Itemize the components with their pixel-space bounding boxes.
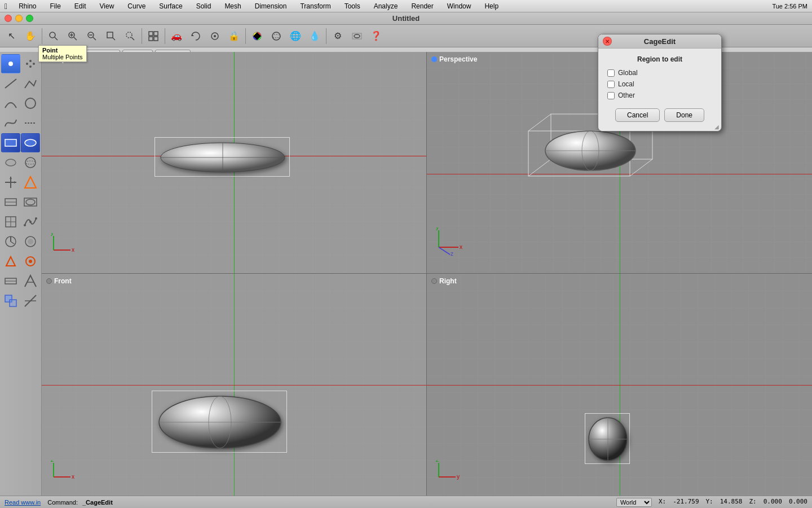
svg-marker-38: [14, 181, 16, 183]
dialog-checkbox-local[interactable]: [607, 81, 615, 88]
lt-point[interactable]: [1, 54, 20, 73]
toolbar-rotate[interactable]: [187, 27, 205, 45]
toolbar-zoom-selected[interactable]: [121, 27, 139, 45]
toolbar-help[interactable]: ❓: [367, 27, 385, 45]
lt-misc1[interactable]: [1, 291, 20, 310]
toolbar-zoom-out[interactable]: [83, 27, 101, 45]
toolbar-gear[interactable]: ⚙: [329, 27, 347, 45]
lt-polyline[interactable]: [21, 74, 40, 93]
apple-menu[interactable]: : [5, 2, 7, 11]
world-dropdown[interactable]: World CPlane: [616, 498, 652, 507]
viewport-front[interactable]: Front: [42, 274, 427, 496]
lt-transform2[interactable]: [21, 173, 40, 192]
dialog-titlebar: ✕ CageEdit: [598, 34, 721, 49]
lt-analysis2[interactable]: [21, 232, 40, 251]
menu-solid[interactable]: Solid: [194, 2, 214, 10]
lt-transform[interactable]: [1, 173, 20, 192]
world-selector[interactable]: World CPlane: [616, 498, 652, 507]
window-maximize[interactable]: [26, 15, 33, 22]
menu-curve[interactable]: Curve: [125, 2, 148, 10]
window-close[interactable]: [5, 15, 12, 22]
svg-line-1: [55, 37, 58, 40]
coord-z-label: Z:: [749, 498, 757, 507]
menu-mesh[interactable]: Mesh: [222, 2, 243, 10]
lt-arc[interactable]: [1, 94, 20, 113]
toolbar-color[interactable]: [248, 27, 266, 45]
lt-line[interactable]: [1, 74, 20, 93]
toolbar-liquid[interactable]: 💧: [306, 27, 324, 45]
lt-render2[interactable]: [21, 252, 40, 271]
menu-dimension[interactable]: Dimension: [253, 2, 289, 10]
dialog-option-local[interactable]: Local: [607, 80, 712, 88]
dialog-option-other[interactable]: Other: [607, 91, 712, 99]
menu-tools[interactable]: Tools: [342, 2, 363, 10]
toolbar-lock[interactable]: 🔒: [225, 27, 243, 45]
menu-transform[interactable]: Transform: [298, 2, 333, 10]
lt-solid[interactable]: [1, 153, 20, 172]
svg-point-23: [272, 34, 280, 38]
toolbar-camera[interactable]: [206, 27, 224, 45]
dialog-cancel-button[interactable]: Cancel: [615, 108, 660, 122]
menu-view[interactable]: View: [98, 2, 117, 10]
window-controls[interactable]: [5, 15, 33, 22]
svg-line-76: [528, 159, 551, 176]
toolbar-4view[interactable]: [144, 27, 162, 45]
svg-point-48: [29, 221, 32, 223]
svg-rect-14: [154, 32, 158, 36]
toolbar-pan[interactable]: ✋: [21, 27, 39, 45]
lt-pointcloud[interactable]: [21, 54, 40, 73]
dialog-label-local[interactable]: Local: [618, 80, 634, 88]
lt-surface2[interactable]: [21, 133, 40, 152]
menu-help[interactable]: Help: [482, 2, 501, 10]
dialog-label-global[interactable]: Global: [618, 69, 638, 77]
menu-surface[interactable]: Surface: [157, 2, 184, 10]
lt-analysis[interactable]: [1, 232, 20, 251]
lt-solid2[interactable]: [21, 153, 40, 172]
menu-analyze[interactable]: Analyze: [372, 2, 400, 10]
toolbar-globe[interactable]: 🌐: [286, 27, 304, 45]
window-minimize[interactable]: [15, 15, 23, 22]
lt-cage[interactable]: [1, 192, 20, 212]
lt-edit1[interactable]: [1, 212, 20, 231]
toolbar-sphere[interactable]: [267, 27, 285, 45]
dialog-close-button[interactable]: ✕: [603, 37, 612, 46]
dialog-option-global[interactable]: Global: [607, 69, 712, 77]
lt-surface[interactable]: [1, 133, 20, 152]
lt-freeform[interactable]: [1, 113, 20, 133]
svg-point-52: [28, 239, 33, 244]
svg-point-34: [25, 139, 36, 146]
dialog-checkbox-other[interactable]: [607, 92, 615, 99]
menu-rhino[interactable]: Rhino: [16, 2, 38, 10]
status-link[interactable]: Read www.in: [5, 499, 41, 506]
lt-blend[interactable]: [21, 113, 40, 133]
toolbar-select[interactable]: ↖: [2, 27, 20, 45]
toolbar-zoom-in[interactable]: [64, 27, 82, 45]
lt-layout1[interactable]: [1, 271, 20, 291]
lt-cage2[interactable]: [21, 192, 40, 212]
svg-point-29: [33, 63, 35, 65]
dialog-buttons: Cancel Done: [607, 108, 712, 124]
dialog-checkbox-global[interactable]: [607, 69, 615, 77]
lt-edit2[interactable]: [21, 212, 40, 231]
viewport-top[interactable]: Top xy: [42, 52, 427, 274]
lt-render1[interactable]: [1, 252, 20, 271]
lt-layout2[interactable]: [21, 271, 40, 291]
lt-misc2[interactable]: [21, 291, 40, 310]
dialog-done-button[interactable]: Done: [664, 108, 704, 122]
svg-line-12: [131, 37, 134, 40]
cage-edit-dialog: ✕ CageEdit Region to edit Global Local O…: [598, 34, 722, 132]
toolbar-zoom-window[interactable]: [102, 27, 120, 45]
toolbar-zoom-extents[interactable]: [45, 27, 63, 45]
viewport-right[interactable]: Right: [427, 274, 812, 496]
menu-edit[interactable]: Edit: [72, 2, 89, 10]
toolbar-car[interactable]: 🚗: [167, 27, 186, 45]
menu-file[interactable]: File: [47, 2, 63, 10]
menu-window[interactable]: Window: [445, 2, 474, 10]
lt-circle[interactable]: [21, 94, 40, 113]
menu-render[interactable]: Render: [409, 2, 435, 10]
toolbar-cagedit-icon[interactable]: [348, 27, 366, 45]
svg-line-85: [439, 247, 450, 255]
dialog-label-other[interactable]: Other: [618, 91, 635, 99]
svg-point-26: [8, 62, 13, 66]
dialog-resize-handle[interactable]: ◢: [714, 124, 719, 130]
